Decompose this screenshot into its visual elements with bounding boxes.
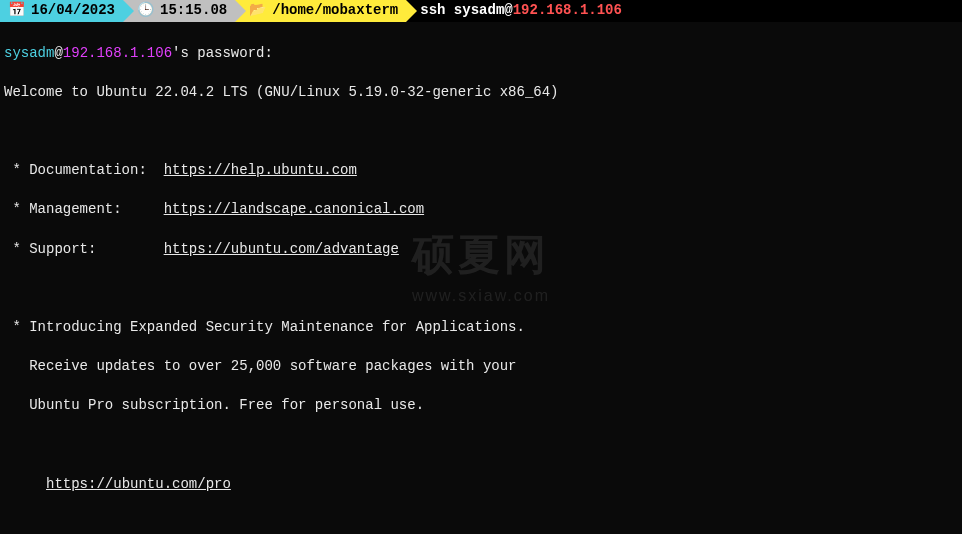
welcome-line: Welcome to Ubuntu 22.04.2 LTS (GNU/Linux… bbox=[4, 83, 958, 103]
clock-icon: 🕒 bbox=[137, 1, 154, 21]
date-text: 16/04/2023 bbox=[31, 1, 115, 21]
status-bar: 📅 16/04/2023 🕒 15:15.08 📂 /home/mobaxter… bbox=[0, 0, 962, 22]
esm-intro-l3: Ubuntu Pro subscription. Free for person… bbox=[4, 396, 958, 416]
time-segment: 🕒 15:15.08 bbox=[123, 0, 235, 22]
prompt-user: sysadm bbox=[4, 45, 54, 61]
date-segment: 📅 16/04/2023 bbox=[0, 0, 123, 22]
pro-link[interactable]: https://ubuntu.com/pro bbox=[46, 476, 231, 492]
prompt-host: 192.168.1.106 bbox=[63, 45, 172, 61]
esm-intro-l2: Receive updates to over 25,000 software … bbox=[4, 357, 958, 377]
pro-indent bbox=[4, 476, 46, 492]
doc-label: * Documentation: bbox=[4, 162, 164, 178]
time-text: 15:15.08 bbox=[160, 1, 227, 21]
folder-icon: 📂 bbox=[249, 1, 266, 21]
mgmt-link[interactable]: https://landscape.canonical.com bbox=[164, 201, 424, 217]
esm-intro-l1: * Introducing Expanded Security Maintena… bbox=[4, 318, 958, 338]
command-ip: 192.168.1.106 bbox=[513, 1, 622, 21]
prompt-at: @ bbox=[54, 45, 62, 61]
support-label: * Support: bbox=[4, 241, 164, 257]
command-segment[interactable]: ssh sysadm@192.168.1.106 bbox=[406, 0, 962, 22]
calendar-icon: 📅 bbox=[8, 1, 25, 21]
support-link[interactable]: https://ubuntu.com/advantage bbox=[164, 241, 399, 257]
mgmt-label: * Management: bbox=[4, 201, 164, 217]
terminal-output[interactable]: sysadm@192.168.1.106's password: Welcome… bbox=[0, 22, 962, 534]
command-prefix: ssh sysadm@ bbox=[420, 1, 512, 21]
prompt-suffix: 's password: bbox=[172, 45, 273, 61]
path-text: /home/mobaxterm bbox=[272, 1, 398, 21]
path-segment: 📂 /home/mobaxterm bbox=[235, 0, 406, 22]
doc-link[interactable]: https://help.ubuntu.com bbox=[164, 162, 357, 178]
